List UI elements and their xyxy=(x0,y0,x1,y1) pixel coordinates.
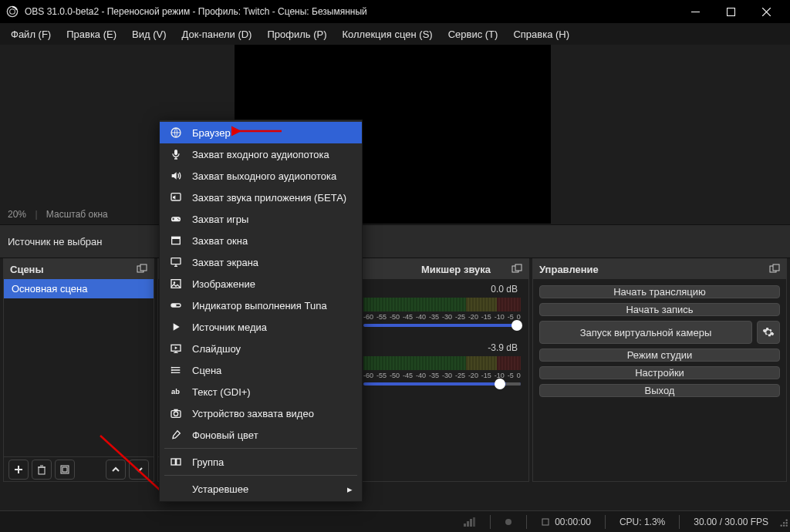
window-buttons xyxy=(677,0,784,23)
ctx-item-progress[interactable]: Индикатор выполнения Tuna xyxy=(160,295,362,316)
svg-rect-41 xyxy=(171,304,177,307)
ctx-label: Индикатор выполнения Tuna xyxy=(192,300,327,311)
add-scene-button[interactable] xyxy=(8,460,29,480)
mixer-channel-2: -3.9 dB -60-55-50-45-40-35-30-25-20-15-1… xyxy=(356,338,528,386)
ctx-item-play[interactable]: Источник медиа xyxy=(160,316,362,338)
svg-point-24 xyxy=(783,524,785,526)
ctx-label: Группа xyxy=(192,456,224,468)
ctx-item-window[interactable]: Захват окна xyxy=(160,230,362,251)
close-button[interactable] xyxy=(748,0,784,23)
statusbar: 00:00:00 CPU: 1.3% 30.00 / 30.00 FPS xyxy=(0,510,790,532)
svg-rect-37 xyxy=(171,258,181,264)
settings-button[interactable]: Настройки xyxy=(539,366,780,379)
ctx-label: Захват окна xyxy=(192,235,248,247)
svg-point-33 xyxy=(177,218,178,219)
ctx-item-app-audio[interactable]: Захват звука приложения (БЕТА) xyxy=(160,187,362,208)
minimize-button[interactable] xyxy=(677,0,713,23)
volume-slider-2[interactable] xyxy=(363,382,521,386)
preview-scale-label: Масштаб окна xyxy=(46,209,108,220)
start-streaming-button[interactable]: Начать трансляцию xyxy=(539,285,780,298)
svg-rect-31 xyxy=(171,194,181,200)
ctx-item-deprecated[interactable]: Устаревшее▸ xyxy=(160,478,362,500)
progress-icon xyxy=(169,299,183,311)
menu-service[interactable]: Сервис (T) xyxy=(441,25,506,43)
ctx-item-image[interactable]: Изображение xyxy=(160,273,362,295)
maximize-button[interactable] xyxy=(713,0,748,23)
menu-scene-collection[interactable]: Коллекция сцен (S) xyxy=(335,25,441,43)
svg-rect-14 xyxy=(515,264,522,271)
ctx-label: Устройство захвата видео xyxy=(192,408,314,419)
ctx-label: Браузер xyxy=(192,127,231,139)
preview-area[interactable]: 20% | Масштаб окна xyxy=(0,45,790,224)
svg-point-28 xyxy=(786,519,788,520)
svg-point-45 xyxy=(171,372,173,373)
menu-edit[interactable]: Правка (E) xyxy=(59,25,124,43)
ctx-item-text[interactable]: abТекст (GDI+) xyxy=(160,381,362,402)
svg-rect-6 xyxy=(39,467,45,474)
menu-docks[interactable]: Док-панели (D) xyxy=(174,25,260,43)
svg-rect-30 xyxy=(174,150,177,155)
ctx-item-brush[interactable]: Фоновый цвет xyxy=(160,424,362,446)
svg-text:ab: ab xyxy=(171,388,180,396)
svg-point-43 xyxy=(171,367,173,369)
dock-controls: Управление Начать трансляцию Начать запи… xyxy=(532,258,787,482)
speaker-icon xyxy=(169,170,183,182)
svg-rect-8 xyxy=(62,467,67,472)
meter-ticks: -60-55-50-45-40-35-30-25-20-15-10-50 xyxy=(363,372,521,379)
ctx-label: Захват экрана xyxy=(192,257,258,268)
globe-icon xyxy=(169,126,183,139)
window-title: OBS 31.0.0-beta2 - Переносной режим - Пр… xyxy=(25,6,367,17)
svg-point-39 xyxy=(174,281,176,284)
menu-view[interactable]: Вид (V) xyxy=(124,25,174,43)
svg-rect-20 xyxy=(473,517,475,527)
start-recording-button[interactable]: Начать запись xyxy=(539,303,780,316)
svg-rect-19 xyxy=(470,519,472,527)
ctx-item-group[interactable]: Группа xyxy=(160,451,362,473)
ctx-item-gamepad[interactable]: Захват игры xyxy=(160,208,362,230)
obs-logo-icon xyxy=(6,5,19,18)
volume-slider-1[interactable] xyxy=(363,324,521,327)
svg-point-44 xyxy=(171,369,173,371)
no-source-bar: Источник не выбран xyxy=(0,224,790,258)
menu-profile[interactable]: Профиль (P) xyxy=(259,25,334,43)
mixer-ch1-db: 0.0 dB xyxy=(491,284,518,295)
ctx-label: Источник медиа xyxy=(192,322,267,333)
group-icon xyxy=(169,456,183,468)
scene-filters-button[interactable] xyxy=(55,460,75,480)
vcam-settings-button[interactable] xyxy=(757,321,780,344)
ctx-item-scene[interactable]: Сцена xyxy=(160,359,362,381)
mixer-ch2-db: -3.9 dB xyxy=(488,342,518,353)
dock-mixer: Микшер звука 0.0 dB -60-55-50-45-40-35-3… xyxy=(355,258,529,482)
start-vcam-button[interactable]: Запуск виртуальной камеры xyxy=(539,321,752,344)
titlebar: OBS 31.0.0-beta2 - Переносной режим - Пр… xyxy=(0,0,790,23)
ctx-item-slideshow[interactable]: Слайдшоу xyxy=(160,338,362,359)
remove-scene-button[interactable] xyxy=(32,460,52,480)
svg-rect-22 xyxy=(542,519,549,525)
svg-rect-5 xyxy=(140,264,147,271)
dock-mixer-title: Микшер звука xyxy=(383,264,491,275)
ctx-item-camera[interactable]: Устройство захвата видео xyxy=(160,402,362,424)
scene-item-main[interactable]: Основная сцена xyxy=(4,279,154,298)
exit-button[interactable]: Выход xyxy=(539,384,780,397)
ctx-label: Изображение xyxy=(192,278,255,290)
svg-rect-18 xyxy=(467,521,469,527)
ctx-item-monitor[interactable]: Захват экрана xyxy=(160,251,362,273)
annotation-arrow-1 xyxy=(231,123,285,139)
menu-help[interactable]: Справка (H) xyxy=(505,25,577,43)
svg-point-0 xyxy=(7,6,17,16)
play-icon xyxy=(169,321,183,333)
svg-rect-49 xyxy=(174,409,177,411)
detach-icon[interactable] xyxy=(511,264,522,274)
slideshow-icon xyxy=(169,342,183,355)
gamepad-icon xyxy=(169,213,183,225)
ctx-item-mic[interactable]: Захват входного аудиопотока xyxy=(160,143,362,165)
ctx-label: Устаревшее xyxy=(192,483,248,495)
menubar: Файл (F) Правка (E) Вид (V) Док-панели (… xyxy=(0,23,790,45)
ctx-item-speaker[interactable]: Захват выходного аудиопотока xyxy=(160,165,362,187)
resize-grip-icon[interactable] xyxy=(778,517,788,527)
studio-mode-button[interactable]: Режим студии xyxy=(539,348,780,362)
menu-file[interactable]: Файл (F) xyxy=(3,25,59,43)
mic-icon xyxy=(169,148,183,160)
detach-icon[interactable] xyxy=(769,264,780,274)
detach-icon[interactable] xyxy=(137,264,147,274)
